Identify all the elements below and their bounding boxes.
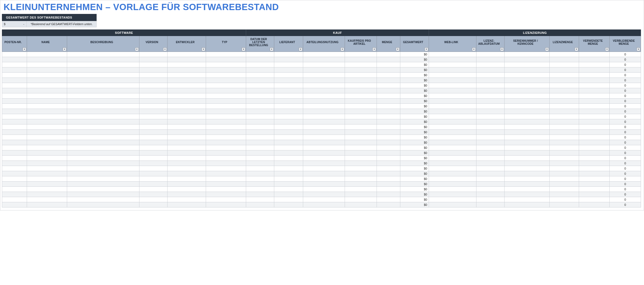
cell-menge[interactable] [377, 114, 400, 119]
cell-lizenzmenge[interactable] [549, 88, 579, 93]
cell-beschreibung[interactable] [67, 176, 139, 182]
cell-seriennummer[interactable] [504, 171, 549, 176]
cell-datum[interactable] [246, 104, 274, 109]
cell-entwickler[interactable] [167, 73, 206, 78]
filter-dropdown-icon[interactable] [396, 48, 399, 51]
filter-dropdown-icon[interactable] [23, 48, 26, 51]
cell-lieferant[interactable] [274, 161, 303, 166]
cell-verbleibende_menge[interactable]: 0 [610, 130, 641, 135]
cell-verbleibende_menge[interactable]: 0 [610, 202, 641, 207]
cell-preis[interactable] [345, 78, 377, 83]
cell-posten[interactable] [2, 192, 27, 197]
cell-menge[interactable] [377, 57, 400, 62]
cell-seriennummer[interactable] [504, 130, 549, 135]
cell-menge[interactable] [377, 187, 400, 192]
cell-name[interactable] [27, 130, 67, 135]
cell-lieferant[interactable] [274, 73, 303, 78]
cell-seriennummer[interactable] [504, 202, 549, 207]
cell-weblink[interactable] [429, 114, 476, 119]
cell-gesamtwert[interactable]: $0 [400, 197, 429, 202]
cell-verbleibende_menge[interactable]: 0 [610, 135, 641, 140]
cell-lizenz_ablauf[interactable] [476, 67, 504, 73]
cell-datum[interactable] [246, 145, 274, 150]
cell-posten[interactable] [2, 140, 27, 145]
cell-datum[interactable] [246, 93, 274, 99]
cell-weblink[interactable] [429, 88, 476, 93]
cell-seriennummer[interactable] [504, 99, 549, 104]
cell-gesamtwert[interactable]: $0 [400, 88, 429, 93]
cell-gesamtwert[interactable]: $0 [400, 145, 429, 150]
cell-lieferant[interactable] [274, 192, 303, 197]
cell-verwendete_menge[interactable] [579, 73, 610, 78]
cell-verbleibende_menge[interactable]: 0 [610, 99, 641, 104]
filter-dropdown-icon[interactable] [242, 48, 245, 51]
cell-seriennummer[interactable] [504, 187, 549, 192]
col-header-gesamtwert[interactable]: GESAMTWERT [400, 36, 429, 52]
cell-abteilung[interactable] [303, 67, 345, 73]
cell-gesamtwert[interactable]: $0 [400, 67, 429, 73]
cell-posten[interactable] [2, 109, 27, 114]
cell-beschreibung[interactable] [67, 62, 139, 67]
cell-seriennummer[interactable] [504, 114, 549, 119]
cell-name[interactable] [27, 88, 67, 93]
cell-abteilung[interactable] [303, 78, 345, 83]
cell-posten[interactable] [2, 62, 27, 67]
cell-lizenz_ablauf[interactable] [476, 93, 504, 99]
cell-lizenz_ablauf[interactable] [476, 114, 504, 119]
cell-preis[interactable] [345, 130, 377, 135]
cell-verwendete_menge[interactable] [579, 140, 610, 145]
cell-lieferant[interactable] [274, 124, 303, 130]
cell-gesamtwert[interactable]: $0 [400, 109, 429, 114]
cell-datum[interactable] [246, 124, 274, 130]
cell-weblink[interactable] [429, 73, 476, 78]
cell-typ[interactable] [206, 78, 246, 83]
cell-verwendete_menge[interactable] [579, 150, 610, 156]
cell-gesamtwert[interactable]: $0 [400, 192, 429, 197]
cell-lizenz_ablauf[interactable] [476, 73, 504, 78]
cell-weblink[interactable] [429, 99, 476, 104]
cell-lieferant[interactable] [274, 145, 303, 150]
cell-typ[interactable] [206, 62, 246, 67]
cell-lieferant[interactable] [274, 83, 303, 88]
cell-abteilung[interactable] [303, 73, 345, 78]
cell-version[interactable] [139, 171, 167, 176]
cell-datum[interactable] [246, 150, 274, 156]
cell-menge[interactable] [377, 140, 400, 145]
cell-lieferant[interactable] [274, 140, 303, 145]
cell-version[interactable] [139, 145, 167, 150]
cell-typ[interactable] [206, 135, 246, 140]
cell-version[interactable] [139, 114, 167, 119]
cell-verwendete_menge[interactable] [579, 62, 610, 67]
cell-version[interactable] [139, 124, 167, 130]
cell-gesamtwert[interactable]: $0 [400, 83, 429, 88]
cell-entwickler[interactable] [167, 166, 206, 171]
cell-lieferant[interactable] [274, 114, 303, 119]
cell-abteilung[interactable] [303, 171, 345, 176]
cell-lieferant[interactable] [274, 166, 303, 171]
cell-seriennummer[interactable] [504, 161, 549, 166]
cell-menge[interactable] [377, 166, 400, 171]
cell-lizenzmenge[interactable] [549, 192, 579, 197]
col-header-menge[interactable]: MENGE [377, 36, 400, 52]
cell-lizenzmenge[interactable] [549, 130, 579, 135]
cell-verbleibende_menge[interactable]: 0 [610, 88, 641, 93]
cell-lizenz_ablauf[interactable] [476, 171, 504, 176]
cell-lizenzmenge[interactable] [549, 150, 579, 156]
cell-verbleibende_menge[interactable]: 0 [610, 161, 641, 166]
cell-preis[interactable] [345, 93, 377, 99]
cell-gesamtwert[interactable]: $0 [400, 166, 429, 171]
cell-lieferant[interactable] [274, 57, 303, 62]
cell-entwickler[interactable] [167, 104, 206, 109]
cell-preis[interactable] [345, 109, 377, 114]
cell-datum[interactable] [246, 78, 274, 83]
cell-name[interactable] [27, 124, 67, 130]
cell-entwickler[interactable] [167, 62, 206, 67]
cell-datum[interactable] [246, 99, 274, 104]
cell-posten[interactable] [2, 156, 27, 161]
cell-lizenz_ablauf[interactable] [476, 52, 504, 57]
cell-datum[interactable] [246, 176, 274, 182]
cell-seriennummer[interactable] [504, 78, 549, 83]
cell-lizenz_ablauf[interactable] [476, 130, 504, 135]
cell-seriennummer[interactable] [504, 83, 549, 88]
cell-name[interactable] [27, 119, 67, 124]
